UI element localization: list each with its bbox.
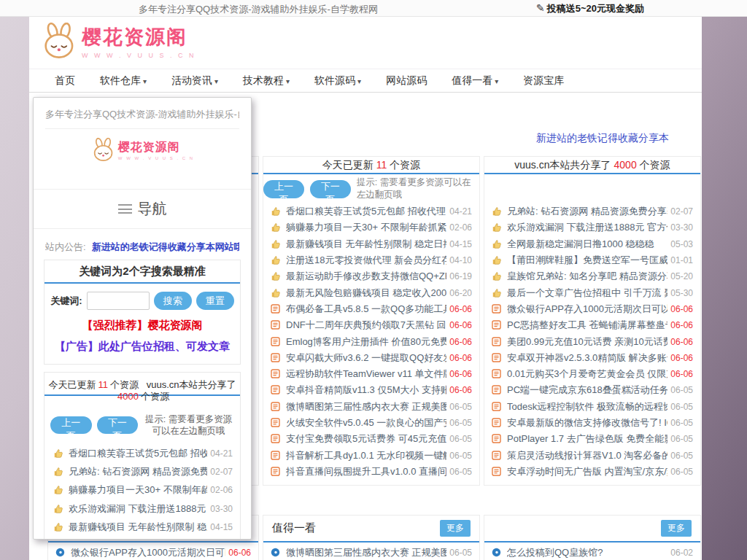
more-button[interactable]: 更多 [661, 520, 692, 537]
list-item[interactable]: 全网最新稳定漏洞日撸1000 稳稳稳05-03 [53, 537, 233, 540]
nav-item-5[interactable]: 网站源码 [374, 74, 439, 88]
item-title[interactable]: PotPlayer 1.7 去广告绿色版 免费全能影音播 [507, 432, 667, 446]
list-item[interactable]: 0.01元购买3个月爱奇艺黄金会员 仅限京东白06-06 [492, 366, 693, 382]
item-title[interactable]: 安卓闪截大师v3.6.2 一键提取QQ好友发的闪图 [286, 351, 446, 365]
list-item[interactable]: 全网最新稳定漏洞日撸1000 稳稳稳05-03 [492, 236, 693, 252]
recommend-ad-link[interactable]: 【强烈推荐】樱花资源阁 [44, 319, 240, 332]
prev-page-button[interactable]: 上一页 [263, 180, 304, 198]
list-item[interactable]: 【莆田潮牌鞋服】免费送空军一号匡威1970s01-01 [492, 252, 693, 268]
item-title[interactable]: 抖音直播间氛围提升工具v1.0.0 直播间自动发 [286, 465, 446, 478]
notice-text[interactable]: 新进站的老铁记得收藏分享本网站哦! 还 [92, 241, 239, 254]
list-item[interactable]: 最新无风险包赔赚钱项目 稳定收入200-500元06-20 [271, 284, 472, 300]
nav-item-0[interactable]: 首页 [42, 74, 88, 88]
nav-item-3[interactable]: 技术教程▾ [231, 74, 302, 88]
list-item[interactable]: 注册送18元零投资做代理 新会员分红存100004-10 [271, 252, 472, 268]
item-title[interactable]: 最新运动助手修改步数支持微信QQ+ZFB步 [286, 270, 446, 283]
nav-item-7[interactable]: 资源宝库 [511, 74, 576, 88]
item-title[interactable]: DNF十二周年庆典预约领取7天黑钻 回归用户 [286, 319, 446, 332]
list-item[interactable]: 最新运动助手修改步数支持微信QQ+ZFB步06-19 [271, 268, 472, 284]
item-title[interactable]: 【莆田潮牌鞋服】免费送空军一号匡威1970s [507, 254, 667, 267]
list-item[interactable]: 躺赚暴力项目一天30+ 不限制年龄抓紧上车02-06 [271, 219, 472, 236]
item-title[interactable]: 躺赚暴力项目一天30+ 不限制年龄抓紧上 [69, 483, 207, 497]
list-item[interactable]: 安卓抖音精简版v11.3 仅5M大小 支持账号登录06-06 [271, 382, 472, 398]
item-title[interactable]: 最后一个文章广告位招租中 引千万流 聚八方 [507, 287, 667, 300]
list-item[interactable]: 安卓双开神器v2.5.3.0精简版 解决多账号切换06-06 [492, 350, 693, 366]
item-title[interactable]: 香烟口粮芙蓉王试货5元包邮 招收代理 [69, 447, 207, 460]
site-logo[interactable]: 樱花资源阁 W W W . V U U S . C N [39, 23, 196, 61]
list-item[interactable]: 火绒安全软件v5.0.45 一款良心的国产安全软件06-05 [271, 415, 472, 431]
item-title[interactable]: 香烟口粮芙蓉王试货5元包邮 招收代理 [286, 205, 446, 218]
list-item[interactable]: 微博晒图第三届性感内衣大赛 正规美图等你欣赏06-05 [271, 544, 472, 560]
item-title[interactable]: 安卓抖音精简版v11.3 仅5M大小 支持账号登录 [286, 384, 446, 397]
item-title[interactable]: 兄弟站: 钻石资源网 精品资源免费分享基地 [507, 205, 667, 218]
search-button[interactable]: 搜索 [154, 292, 192, 310]
reset-button[interactable]: 重置 [196, 292, 234, 310]
list-item[interactable]: 香烟口粮芙蓉王试货5元包邮 招收代理04-21 [53, 444, 233, 462]
item-title[interactable]: 欢乐游戏漏洞 下载注册送1888元 官方合 [69, 502, 207, 516]
item-title[interactable]: 躺赚暴力项目一天30+ 不限制年龄抓紧上车 [286, 221, 446, 234]
item-title[interactable]: 火绒安全软件v5.0.45 一款良心的国产安全软件 [286, 416, 446, 429]
nav-item-1[interactable]: 软件仓库▾ [88, 74, 159, 88]
item-title[interactable]: 微博晒图第三届性感内衣大赛 正规美图等你欣 [286, 400, 446, 413]
item-title[interactable]: 抖音解析工具dy1.0.1 无水印视频一键解析软件 [286, 449, 446, 462]
item-title[interactable]: 微众银行APP存入1000元活期次日可以获得无 [507, 303, 667, 316]
panel-nav-toggle[interactable]: 导航 [34, 189, 251, 229]
list-item[interactable]: Todesk远程控制软件 极致流畅的远程协助工具06-05 [492, 399, 693, 415]
prev-page-button[interactable]: 上一页 [50, 416, 92, 434]
item-title[interactable]: 最新赚钱项目 无年龄性别限制 稳定日撸 [69, 521, 207, 534]
list-item[interactable]: 安卓闪截大师v3.6.2 一键提取QQ好友发的闪图06-06 [271, 350, 472, 366]
list-item[interactable]: 欢乐游戏漏洞 下载注册送1888元 官方合03-30 [53, 499, 233, 518]
item-title[interactable]: 全网最新稳定漏洞日撸1000 稳稳稳 [507, 238, 667, 251]
list-item[interactable]: 安卓最新版的微信支持修改微信号了! IOS版06-05 [492, 415, 693, 431]
list-item[interactable]: 安卓浮动时间无广告版 内置淘宝/京东/苏宁/招06-05 [492, 464, 693, 480]
list-item[interactable]: 抖音解析工具dy1.0.1 无水印视频一键解析软件06-05 [271, 447, 472, 463]
list-item[interactable]: Emlog博客用户注册插件 价值80元免费分享06-06 [271, 333, 472, 349]
list-item[interactable]: 布偶必备工具v5.8.5 一款QQ多功能工具软件06-06 [271, 301, 472, 317]
item-title[interactable]: 怎么投稿到QQ皇族馆? [507, 546, 667, 559]
item-title[interactable]: 安卓最新版的微信支持修改微信号了! IOS版 [507, 416, 667, 429]
item-title[interactable]: 欢乐游戏漏洞 下载注册送1888元 官方合作 [507, 221, 667, 234]
item-title[interactable]: 注册送18元零投资做代理 新会员分红存1000 [286, 254, 446, 267]
item-title[interactable]: 最新赚钱项目 无年龄性别限制 稳定日撸300+ [286, 238, 446, 251]
list-item[interactable]: 支付宝免费领取5元话费券 可45元充值三网5006-05 [271, 431, 472, 447]
list-item[interactable]: 最新赚钱项目 无年龄性别限制 稳定日撸04-15 [53, 518, 233, 537]
item-title[interactable]: 微众银行APP存入1000元活期次日可以获得无门 [71, 546, 225, 559]
more-button[interactable]: 更多 [440, 520, 471, 537]
list-item[interactable]: PC端一键完成京东618叠蛋糕活动任务工具06-05 [492, 382, 693, 398]
list-item[interactable]: 微众银行APP存入1000元活期次日可以获得无门06-06 [55, 544, 251, 560]
list-item[interactable]: 兄弟站: 钻石资源网 精品资源免费分享基地02-07 [492, 203, 693, 219]
list-item[interactable]: 香烟口粮芙蓉王试货5元包邮 招收代理04-21 [271, 203, 472, 219]
list-item[interactable]: 兄弟站: 钻石资源网 精品资源免费分享基02-07 [53, 462, 233, 481]
advert-slot-link[interactable]: 【广告】此处广告位招租、可发文章 [44, 340, 240, 354]
list-item[interactable]: 皇族馆兄弟站: 知名分享吧 精品资源分享基地05-20 [492, 268, 693, 284]
item-title[interactable]: 安卓双开神器v2.5.3.0精简版 解决多账号切换 [507, 351, 667, 365]
list-item[interactable]: 最新赚钱项目 无年龄性别限制 稳定日撸300+04-15 [271, 236, 472, 252]
list-item[interactable]: 美团0.99元充值10元话费 亲测10元话费秒到06-06 [492, 333, 693, 349]
item-title[interactable]: 皇族馆兄弟站: 知名分享吧 精品资源分享基地 [507, 270, 667, 283]
item-title[interactable]: 支付宝免费领取5元话费券 可45元充值三网50 [286, 432, 446, 446]
item-title[interactable]: 0.01元购买3个月爱奇艺黄金会员 仅限京东白 [507, 368, 667, 381]
submit-reward-link[interactable]: ✎投稿送5~20元现金奖励 [536, 2, 644, 15]
list-item[interactable]: 最后一个文章广告位招租中 引千万流 聚八方05-30 [492, 284, 693, 300]
nav-item-2[interactable]: 活动资讯▾ [159, 74, 231, 88]
item-title[interactable]: 兄弟站: 钻石资源网 精品资源免费分享基 [69, 465, 207, 478]
item-title[interactable]: PC端一键完成京东618叠蛋糕活动任务工具 [507, 384, 667, 397]
list-item[interactable]: 策启灵活动线报计算器V1.0 淘客必备的一款软06-05 [492, 447, 693, 463]
list-item[interactable]: 躺赚暴力项目一天30+ 不限制年龄抓紧上02-06 [53, 481, 233, 499]
item-title[interactable]: 安卓浮动时间无广告版 内置淘宝/京东/苏宁/招 [507, 465, 667, 478]
nav-item-4[interactable]: 软件源码▾ [302, 74, 374, 88]
item-title[interactable]: 微博晒图第三届性感内衣大赛 正规美图等你欣赏 [286, 546, 446, 559]
list-item[interactable]: PC恶搞整好友工具 苍蝇铺满屏幕整蛊专家 效06-06 [492, 317, 693, 333]
list-item[interactable]: 欢乐游戏漏洞 下载注册送1888元 官方合作03-30 [492, 219, 693, 236]
nav-item-6[interactable]: 值得一看▾ [439, 74, 511, 88]
item-title[interactable]: Emlog博客用户注册插件 价值80元免费分享 [286, 335, 446, 349]
list-item[interactable]: 远程协助软件TeamViewer v11 单文件版 方便06-06 [271, 366, 472, 382]
list-item[interactable]: PotPlayer 1.7 去广告绿色版 免费全能影音播06-05 [492, 431, 693, 447]
item-title[interactable]: 策启灵活动线报计算器V1.0 淘客必备的一款软 [507, 449, 667, 462]
item-title[interactable]: 远程协助软件TeamViewer v11 单文件版 方便 [286, 368, 446, 381]
item-title[interactable]: Todesk远程控制软件 极致流畅的远程协助工具 [507, 400, 667, 413]
list-item[interactable]: DNF十二周年庆典预约领取7天黑钻 回归用户06-06 [271, 317, 472, 333]
item-title[interactable]: 美团0.99元充值10元话费 亲测10元话费秒到 [507, 335, 667, 349]
item-title[interactable]: 最新无风险包赔赚钱项目 稳定收入200-500元 [286, 287, 446, 300]
list-item[interactable]: 微博晒图第三届性感内衣大赛 正规美图等你欣06-05 [271, 399, 472, 415]
